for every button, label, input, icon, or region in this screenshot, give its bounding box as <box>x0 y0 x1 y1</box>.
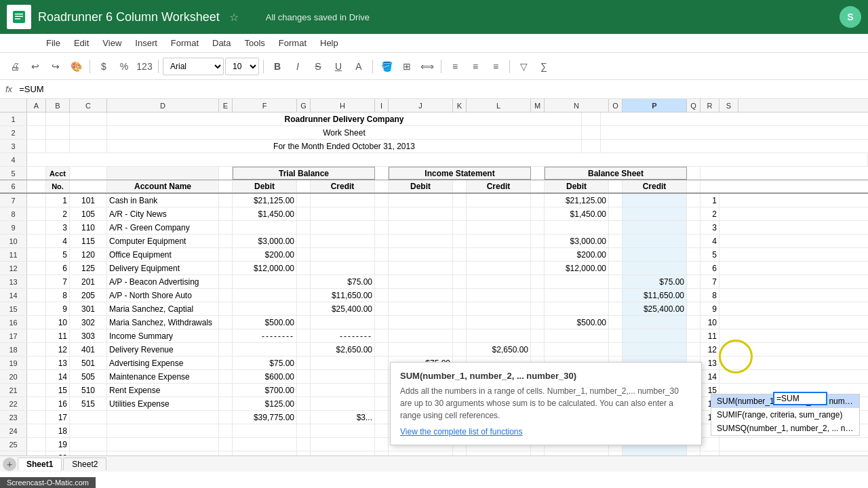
cell-tbd15[interactable] <box>233 302 297 315</box>
cell-tbd13[interactable] <box>233 275 297 288</box>
cell-q12[interactable] <box>687 262 701 274</box>
cell-code17[interactable]: 303 <box>70 329 107 342</box>
col-header-f[interactable]: F <box>233 99 297 112</box>
cell-acct18[interactable]: 12 <box>46 343 70 356</box>
cell-tbd7[interactable]: $21,125.00 <box>233 194 297 207</box>
cell-acct12[interactable]: 6 <box>46 262 70 274</box>
cell-g17[interactable] <box>297 329 311 342</box>
cell-o10[interactable] <box>609 235 623 247</box>
cell-r25[interactable] <box>701 438 719 451</box>
cell-name11[interactable]: Office Equipment <box>107 248 219 261</box>
cell-name8[interactable]: A/R - City News <box>107 207 219 220</box>
cell-i9[interactable] <box>375 221 389 234</box>
cell-i11[interactable] <box>375 248 389 261</box>
col-header-r[interactable]: R <box>701 99 719 112</box>
cell-code19[interactable]: 501 <box>70 357 107 369</box>
cell-bsd17[interactable] <box>545 329 609 342</box>
cell-acct17[interactable]: 11 <box>46 329 70 342</box>
menu-edit[interactable]: Edit <box>68 37 94 49</box>
cell-bsd16[interactable]: $500.00 <box>545 316 609 329</box>
col-header-i[interactable]: I <box>375 99 389 112</box>
strikethrough-button[interactable]: S <box>309 57 328 76</box>
cell-r18[interactable]: 12 <box>701 343 719 356</box>
cell-name12[interactable]: Delivery Equipment <box>107 262 219 274</box>
active-cell-input[interactable] <box>773 392 827 405</box>
cell-b2[interactable] <box>46 126 70 139</box>
cell-code12[interactable]: 125 <box>70 262 107 274</box>
cell-name19[interactable]: Advertising Expense <box>107 357 219 369</box>
cell-tbd10[interactable]: $3,000.00 <box>233 235 297 247</box>
cell-m9[interactable] <box>531 221 545 234</box>
cell-isd16[interactable] <box>389 316 453 329</box>
cell-e16[interactable] <box>219 316 233 329</box>
cell-r2[interactable] <box>582 126 601 139</box>
cell-tbc7[interactable] <box>311 194 375 207</box>
cell-bsc9[interactable] <box>623 221 687 234</box>
cell-tbc19[interactable] <box>311 357 375 369</box>
cell-a7[interactable] <box>27 194 46 207</box>
cell-i22[interactable] <box>375 397 389 410</box>
cell-name20[interactable]: Maintenance Expense <box>107 370 219 383</box>
cell-e11[interactable] <box>219 248 233 261</box>
cell-tbc24[interactable] <box>311 424 375 437</box>
cell-a18[interactable] <box>27 343 46 356</box>
cell-i25[interactable] <box>375 438 389 451</box>
sheet-tab-1[interactable]: Sheet1 <box>18 458 62 470</box>
cell-bsd15[interactable] <box>545 302 609 315</box>
cell-tbc18[interactable]: $2,650.00 <box>311 343 375 356</box>
cell-isd15[interactable] <box>389 302 453 315</box>
font-size-select[interactable]: 10 <box>225 58 259 75</box>
cell-title1[interactable]: Roadrunner Delivery Company <box>107 113 582 125</box>
cell-k12[interactable] <box>453 262 467 274</box>
cell-tbd19[interactable]: $75.00 <box>233 357 297 369</box>
favorite-icon[interactable]: ☆ <box>229 11 239 24</box>
cell-a15[interactable] <box>27 302 46 315</box>
cell-g19[interactable] <box>297 357 311 369</box>
cell-acct24[interactable]: 18 <box>46 424 70 437</box>
cell-acct7[interactable]: 1 <box>46 194 70 207</box>
cell-q17[interactable] <box>687 329 701 342</box>
cell-c5[interactable] <box>70 167 107 180</box>
cell-tbc22[interactable] <box>311 397 375 410</box>
cell-e23[interactable] <box>219 411 233 424</box>
cell-b1[interactable] <box>46 113 70 125</box>
cell-m12[interactable] <box>531 262 545 274</box>
cell-bsc13[interactable]: $75.00 <box>623 275 687 288</box>
cell-tbc10[interactable] <box>311 235 375 247</box>
cell-bsc10[interactable] <box>623 235 687 247</box>
cell-tbc14[interactable]: $11,650.00 <box>311 289 375 302</box>
cell-e24[interactable] <box>219 424 233 437</box>
col-header-n[interactable]: N <box>545 99 609 112</box>
cell-isc12[interactable] <box>467 262 531 274</box>
cell-k6[interactable] <box>453 180 467 192</box>
cell-isc18[interactable]: $2,650.00 <box>467 343 531 356</box>
cell-isc16[interactable] <box>467 316 531 329</box>
cell-acct8[interactable]: 2 <box>46 207 70 220</box>
cell-q11[interactable] <box>687 248 701 261</box>
cell-name10[interactable]: Computer Equipment <box>107 235 219 247</box>
cell-o18[interactable] <box>609 343 623 356</box>
redo-button[interactable]: ↪ <box>46 57 65 76</box>
cell-m16[interactable] <box>531 316 545 329</box>
cell-a21[interactable] <box>27 384 46 396</box>
cell-bsc17[interactable] <box>623 329 687 342</box>
cell-m14[interactable] <box>531 289 545 302</box>
cell-i8[interactable] <box>375 207 389 220</box>
cell-bsd13[interactable] <box>545 275 609 288</box>
cell-name22[interactable]: Utilities Expense <box>107 397 219 410</box>
cell-c6[interactable] <box>70 180 107 192</box>
cell-o15[interactable] <box>609 302 623 315</box>
cell-q15[interactable] <box>687 302 701 315</box>
cell-r14[interactable]: 8 <box>701 289 719 302</box>
menu-data[interactable]: Data <box>207 37 236 49</box>
cell-isc14[interactable] <box>467 289 531 302</box>
cell-acct14[interactable]: 8 <box>46 289 70 302</box>
cell-e13[interactable] <box>219 275 233 288</box>
cell-tbd11[interactable]: $200.00 <box>233 248 297 261</box>
cell-e7[interactable] <box>219 194 233 207</box>
cell-m18[interactable] <box>531 343 545 356</box>
cell-code21[interactable]: 510 <box>70 384 107 396</box>
cell-code13[interactable]: 201 <box>70 275 107 288</box>
cell-e22[interactable] <box>219 397 233 410</box>
fill-color-button[interactable]: 🪣 <box>377 57 396 76</box>
